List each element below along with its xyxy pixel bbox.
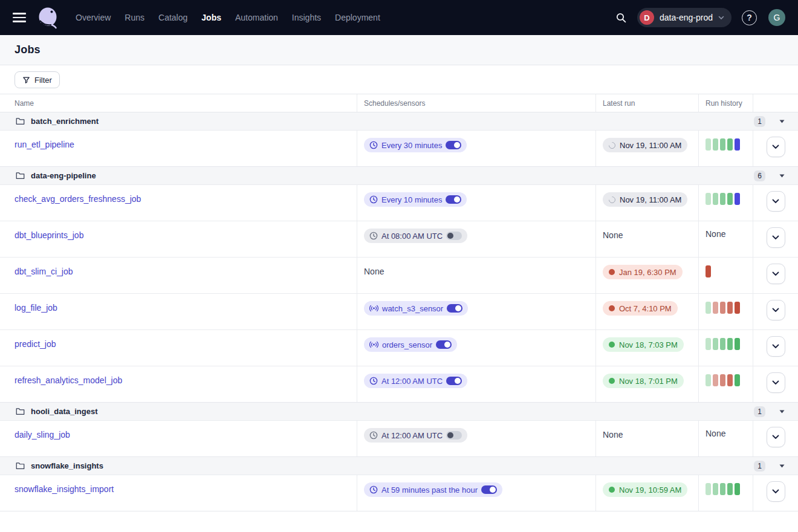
run-history-bar[interactable] [706, 265, 711, 277]
job-name-link[interactable]: log_file_job [15, 303, 57, 313]
run-history-bar[interactable] [713, 193, 718, 205]
run-history-bar[interactable] [727, 138, 733, 151]
nav-item-automation[interactable]: Automation [235, 13, 278, 22]
expand-row-button[interactable] [767, 427, 785, 447]
nav-item-deployment[interactable]: Deployment [335, 13, 380, 22]
job-name-link[interactable]: daily_sling_job [15, 430, 70, 440]
group-row[interactable]: data-eng-pipeline 6 [0, 166, 798, 184]
run-history-bar[interactable] [727, 483, 733, 495]
run-history-bar[interactable] [727, 302, 733, 314]
search-icon[interactable] [612, 8, 630, 27]
run-history-bar[interactable] [706, 302, 711, 314]
caret-down-icon[interactable] [779, 464, 785, 468]
run-history-bar[interactable] [735, 374, 740, 386]
latest-run-badge[interactable]: Nov 19, 11:00 AM [603, 138, 687, 152]
nav-item-catalog[interactable]: Catalog [158, 13, 187, 22]
run-history-bar[interactable] [720, 302, 725, 314]
job-name-link[interactable]: refresh_analytics_model_job [15, 375, 122, 385]
job-name-link[interactable]: predict_job [15, 339, 56, 349]
toggle-switch[interactable] [446, 431, 462, 440]
nav-item-insights[interactable]: Insights [292, 13, 321, 22]
run-history-bar[interactable] [706, 374, 711, 386]
expand-row-button[interactable] [767, 481, 785, 502]
schedule-label: Every 30 minutes [381, 141, 442, 150]
run-history-bar[interactable] [727, 193, 733, 205]
run-history-bar[interactable] [720, 374, 725, 386]
latest-run-badge[interactable]: Oct 7, 4:10 PM [603, 301, 678, 316]
table-row: refresh_analytics_model_job At 12:00 AM … [0, 366, 798, 402]
latest-run-badge[interactable]: Jan 19, 6:30 PM [603, 265, 683, 279]
filter-button[interactable]: Filter [15, 71, 60, 88]
nav-item-jobs[interactable]: Jobs [201, 13, 221, 22]
dagster-logo[interactable] [36, 5, 60, 30]
run-history-bar[interactable] [735, 302, 740, 314]
run-history-bar[interactable] [706, 138, 711, 151]
user-avatar[interactable]: G [768, 9, 785, 26]
expand-row-button[interactable] [767, 372, 785, 393]
schedule-badge[interactable]: At 12:00 AM UTC [364, 428, 467, 443]
menu-icon[interactable] [13, 13, 26, 22]
deployment-switcher[interactable]: D data-eng-prod [637, 8, 731, 27]
schedule-badge[interactable]: orders_sensor [364, 337, 457, 352]
run-history-bar[interactable] [713, 302, 718, 314]
job-name-link[interactable]: check_avg_orders_freshness_job [15, 194, 141, 204]
schedule-badge[interactable]: At 59 minutes past the hour [364, 482, 502, 497]
schedule-badge[interactable]: At 12:00 AM UTC [364, 374, 467, 388]
run-history-bar[interactable] [735, 483, 740, 495]
toggle-switch[interactable] [446, 141, 461, 149]
toggle-switch[interactable] [481, 485, 497, 494]
latest-run-badge[interactable]: Nov 19, 10:59 AM [603, 482, 687, 497]
schedule-badge[interactable]: Every 30 minutes [364, 138, 467, 152]
toggle-switch[interactable] [447, 304, 462, 313]
group-row[interactable]: hooli_data_ingest 1 [0, 402, 798, 420]
expand-row-button[interactable] [767, 264, 785, 284]
group-row[interactable]: batch_enrichment 1 [0, 112, 798, 130]
schedule-badge[interactable]: watch_s3_sensor [364, 301, 468, 316]
run-history-bar[interactable] [713, 374, 718, 386]
help-icon[interactable]: ? [742, 10, 757, 25]
schedule-badge[interactable]: At 08:00 AM UTC [364, 229, 467, 243]
run-history-bar[interactable] [720, 193, 725, 205]
expand-row-button[interactable] [767, 300, 785, 320]
expand-row-button[interactable] [767, 137, 785, 157]
expand-row-button[interactable] [767, 191, 785, 212]
schedule-label: At 08:00 AM UTC [381, 232, 443, 241]
column-header-name: Name [0, 99, 357, 108]
caret-down-icon[interactable] [779, 410, 785, 414]
run-history-bar[interactable] [706, 483, 711, 495]
caret-down-icon[interactable] [779, 174, 785, 178]
toggle-switch[interactable] [436, 340, 452, 349]
toggle-switch[interactable] [446, 195, 461, 204]
nav-item-runs[interactable]: Runs [125, 13, 144, 22]
latest-run-label: Nov 19, 10:59 AM [619, 485, 681, 495]
run-history-bar[interactable] [735, 193, 740, 205]
run-history-bar[interactable] [720, 138, 725, 151]
run-history-bar[interactable] [706, 193, 711, 205]
job-name-link[interactable]: run_etl_pipeline [15, 140, 74, 149]
run-history-bar[interactable] [735, 338, 740, 350]
job-name-link[interactable]: dbt_blueprints_job [15, 230, 83, 240]
caret-down-icon[interactable] [779, 120, 785, 123]
run-history-bar[interactable] [706, 338, 711, 350]
expand-row-button[interactable] [767, 227, 785, 248]
job-name-link[interactable]: dbt_slim_ci_job [15, 267, 73, 276]
run-history-bar[interactable] [713, 483, 718, 495]
run-history-bar[interactable] [713, 338, 718, 350]
expand-row-button[interactable] [767, 336, 785, 357]
run-history-bar[interactable] [720, 338, 725, 350]
nav-item-overview[interactable]: Overview [76, 13, 111, 22]
run-history-bar[interactable] [727, 338, 733, 350]
toggle-switch[interactable] [446, 377, 462, 385]
latest-run-badge[interactable]: Nov 18, 7:01 PM [603, 374, 684, 388]
latest-run-badge[interactable]: Nov 19, 11:00 AM [603, 192, 687, 207]
run-history-bar[interactable] [727, 374, 733, 386]
toggle-switch[interactable] [446, 232, 462, 240]
run-history-bar[interactable] [720, 483, 725, 495]
run-history-bar[interactable] [713, 138, 718, 151]
schedule-badge[interactable]: Every 10 minutes [364, 192, 467, 207]
group-row[interactable]: snowflake_insights 1 [0, 456, 798, 475]
latest-run-badge[interactable]: Nov 18, 7:03 PM [603, 337, 684, 352]
latest-run-label: Oct 7, 4:10 PM [619, 304, 672, 313]
job-name-link[interactable]: snowflake_insights_import [15, 484, 114, 494]
run-history-bar[interactable] [735, 138, 740, 151]
